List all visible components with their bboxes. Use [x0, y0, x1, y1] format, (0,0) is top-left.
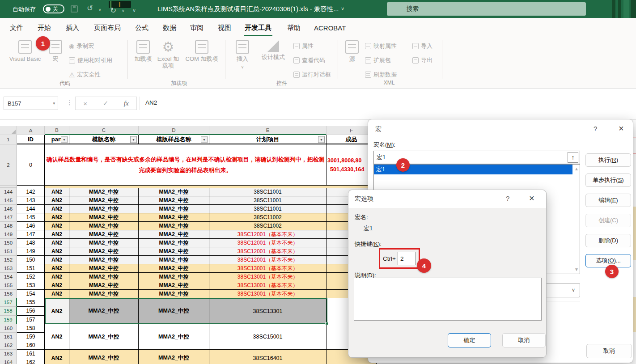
grid-cell[interactable]: 143 [17, 196, 45, 205]
column-header-A[interactable]: A [17, 126, 45, 135]
grid-cell[interactable]: AN2 [45, 230, 69, 239]
grid-cell[interactable]: MMA2_中控 [69, 239, 139, 247]
confirm-entry-icon[interactable]: ✓ [103, 99, 109, 107]
grid-cell[interactable]: 38SC12001（基本不来） [209, 256, 326, 264]
insert-control-button[interactable]: 插入 ∨ [231, 40, 254, 69]
grid-cell[interactable]: 153 [17, 281, 45, 290]
tab-数据[interactable]: 数据 [162, 18, 177, 38]
grid-cell[interactable]: 38SC12001（基本不来） [209, 230, 326, 239]
grid-cell[interactable]: 147 [17, 230, 45, 239]
row-header-152[interactable]: 152 [0, 256, 17, 264]
excel-addins-button[interactable]: ⚙ Excel 加载项 [156, 40, 181, 69]
row-header-157[interactable]: 157 [0, 298, 17, 307]
macro-cancel-button[interactable]: 取消 [586, 344, 632, 358]
undo-icon[interactable]: ↺ [87, 4, 93, 13]
header-cell-模版样品名称[interactable]: 模版样品名称▼ [139, 135, 209, 144]
search-input[interactable]: 搜索 [387, 2, 586, 16]
undo-chevron-icon[interactable]: ∨ [98, 8, 102, 12]
instruction-cell[interactable]: 确认样品数量和编号，是否有缺失或多余的样品编号，在M列是不确认检测项目，请确认到… [45, 144, 326, 186]
column-header-B[interactable]: B [45, 126, 69, 135]
grid-cell[interactable]: MMA2_中控 [139, 213, 209, 222]
run-button[interactable]: 执行(R) [585, 153, 631, 167]
grid-cell[interactable]: MMA2_中控 [69, 230, 139, 239]
header-cell-计划项目[interactable]: 计划项目▼ [209, 135, 326, 144]
autosave-toggle[interactable]: 关 [43, 4, 64, 13]
grid-cell[interactable]: MMA2_中控 [139, 222, 209, 230]
scroll-down-icon[interactable]: ▼ [574, 267, 579, 272]
grid-cell[interactable]: MMA2_中控 [139, 281, 209, 290]
grid-cell[interactable]: 142 [17, 188, 45, 196]
column-header-D[interactable]: D [139, 126, 209, 135]
merged-cell[interactable]: MMA2_中控 [139, 324, 209, 350]
qat-customize-chevron-icon[interactable]: ∨ [132, 8, 136, 13]
run-dialog-button[interactable]: 运行对话框 [293, 71, 331, 79]
help-icon[interactable]: ? [594, 125, 597, 132]
grid-cell[interactable]: MMA2_中控 [69, 213, 139, 222]
grid-cell[interactable]: 38SC11001 [209, 188, 326, 196]
redo-chevron-icon[interactable]: ∨ [122, 8, 125, 13]
design-mode-button[interactable]: 设计模式 [256, 40, 291, 61]
row-header-159[interactable]: 159 [0, 316, 17, 324]
delete-button[interactable]: 删除(D) [585, 234, 631, 247]
row-header-147[interactable]: 147 [0, 213, 17, 222]
redo-icon[interactable]: ↻ [110, 6, 116, 15]
grid-cell[interactable]: MMA2_中控 [69, 222, 139, 230]
import-button[interactable]: 导入 [412, 42, 432, 50]
grid-cell[interactable]: MMA2_中控 [139, 205, 209, 213]
grid-cell[interactable]: 150 [17, 256, 45, 264]
step-into-button[interactable]: 单步执行(S) [585, 174, 631, 187]
grid-cell[interactable]: 161 [17, 350, 45, 358]
tab-ACROBAT[interactable]: ACROBAT [313, 18, 347, 38]
merged-cell[interactable]: 38SC13301 [209, 298, 326, 324]
close-icon[interactable]: × [619, 124, 624, 133]
ok-button[interactable]: 确定 [448, 333, 491, 347]
tab-公式[interactable]: 公式 [134, 18, 149, 38]
description-textarea[interactable] [354, 278, 542, 321]
row-header-158[interactable]: 158 [0, 307, 17, 315]
grid-cell[interactable]: 155 [17, 298, 45, 307]
grid-cell[interactable]: AN2 [45, 264, 69, 273]
row-header-156[interactable]: 156 [0, 290, 17, 298]
grid-cell[interactable]: 38SC12001（基本不来） [209, 239, 326, 247]
grid-cell[interactable]: AN2 [45, 281, 69, 290]
xml-source-button[interactable]: 源 [343, 40, 361, 63]
grid-cell[interactable]: MMA2_中控 [69, 247, 139, 256]
grid-cell[interactable]: 162 [17, 358, 45, 364]
row-header-161[interactable]: 161 [0, 333, 17, 341]
grid-cell[interactable]: AN2 [45, 247, 69, 256]
grid-cell[interactable]: 38SC11001 [209, 196, 326, 205]
grid-cell[interactable]: 149 [17, 247, 45, 256]
grid-cell[interactable]: MMA2_中控 [139, 290, 209, 298]
merged-cell[interactable]: MMA2_中控 [139, 298, 209, 324]
header-cell-模版名称[interactable]: 模版名称▼ [69, 135, 139, 144]
grid-cell[interactable]: 38SC13001（基本不来） [209, 273, 326, 281]
select-all-corner[interactable] [0, 126, 17, 135]
row-header-1[interactable]: 1 [0, 135, 17, 144]
instruction-id-cell[interactable]: 0 [17, 144, 45, 186]
grid-cell[interactable]: MMA2_中控 [69, 264, 139, 273]
grid-cell[interactable]: 146 [17, 222, 45, 230]
grid-cell[interactable]: 151 [17, 264, 45, 273]
grid-cell[interactable]: AN2 [45, 213, 69, 222]
column-header-C[interactable]: C [69, 126, 139, 135]
tab-帮助[interactable]: 帮助 [286, 18, 301, 38]
row-header-153[interactable]: 153 [0, 264, 17, 273]
name-box[interactable]: B157 ▾ [4, 97, 58, 110]
grid-cell[interactable]: MMA2_中控 [139, 230, 209, 239]
row-header-155[interactable]: 155 [0, 281, 17, 290]
addins-button[interactable]: 加载项 [132, 40, 154, 63]
tab-插入[interactable]: 插入 [65, 18, 80, 38]
header-cell-ID[interactable]: ID [17, 135, 45, 144]
row-header-148[interactable]: 148 [0, 222, 17, 230]
grid-cell[interactable]: MMA2_中控 [69, 205, 139, 213]
grid-cell[interactable]: MMA2_中控 [69, 290, 139, 298]
row-header-144[interactable]: 144 [0, 188, 17, 196]
view-code-button[interactable]: 查看代码 [293, 56, 325, 64]
merged-cell[interactable]: 38SC15001 [209, 324, 326, 350]
merged-cell[interactable]: MMA2_中控 [139, 350, 209, 364]
tab-开发工具[interactable]: 开发工具 [244, 18, 272, 38]
tab-视图[interactable]: 视图 [217, 18, 232, 38]
grid-cell[interactable]: 38SC13001（基本不来） [209, 290, 326, 298]
grid-cell[interactable]: 38SC12001（基本不来） [209, 247, 326, 256]
grid-cell[interactable]: 157 [17, 316, 45, 324]
